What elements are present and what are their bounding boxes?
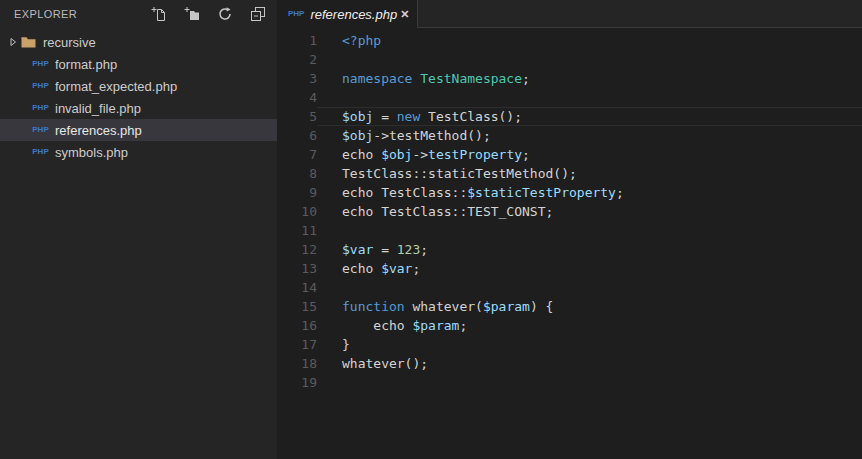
line-number[interactable]: 6	[277, 126, 317, 145]
tab-label: references.php	[310, 7, 397, 22]
line-content[interactable]: function whatever($param) {	[317, 297, 862, 316]
tree-file-symbols.php[interactable]: PHPsymbols.php	[0, 141, 277, 163]
tree-folder-recursive[interactable]: recursive	[0, 31, 277, 53]
token-var: $staticTestProperty	[467, 185, 616, 200]
line-content[interactable]: }	[317, 335, 862, 354]
line-content[interactable]: $var = 123;	[317, 240, 862, 259]
line-content[interactable]: echo $var;	[317, 259, 862, 278]
line-number[interactable]: 5	[277, 107, 317, 126]
line-content[interactable]: TestClass::staticTestMethod();	[317, 164, 862, 183]
code-editor[interactable]: 1<?php23namespace TestNamespace;45$obj =…	[277, 28, 862, 459]
line-number[interactable]: 9	[277, 183, 317, 202]
line-number[interactable]: 4	[277, 88, 317, 107]
code-line-2[interactable]: 2	[277, 50, 862, 69]
code-line-18[interactable]: 18whatever();	[277, 354, 862, 373]
token-def: =	[373, 109, 396, 124]
folder-icon	[20, 36, 37, 48]
line-content[interactable]: whatever();	[317, 354, 862, 373]
token-def: TestClass();	[420, 109, 522, 124]
token-def: ;	[522, 147, 530, 162]
line-number[interactable]: 19	[277, 373, 317, 392]
token-num: 123	[397, 242, 420, 257]
code-line-1[interactable]: 1<?php	[277, 31, 862, 50]
line-content[interactable]: <?php	[317, 31, 862, 50]
token-def	[412, 71, 420, 86]
line-content[interactable]: echo TestClass::TEST_CONST;	[317, 202, 862, 221]
tree-file-invalid_file.php[interactable]: PHPinvalid_file.php	[0, 97, 277, 119]
tab-close-icon[interactable]: ✕	[397, 7, 412, 22]
explorer-toolbar	[150, 5, 267, 23]
token-def: =	[373, 242, 396, 257]
line-number[interactable]: 3	[277, 69, 317, 88]
line-number[interactable]: 15	[277, 297, 317, 316]
tree-item-label: references.php	[55, 123, 142, 138]
line-number[interactable]: 1	[277, 31, 317, 50]
line-number[interactable]: 13	[277, 259, 317, 278]
code-line-11[interactable]: 11	[277, 221, 862, 240]
line-number[interactable]: 17	[277, 335, 317, 354]
php-file-icon: PHP	[32, 104, 49, 112]
line-number[interactable]: 11	[277, 221, 317, 240]
php-file-icon: PHP	[288, 10, 304, 18]
token-def: echo	[342, 318, 412, 333]
line-number[interactable]: 2	[277, 50, 317, 69]
new-folder-button[interactable]	[183, 5, 201, 23]
token-var: $param	[483, 299, 530, 314]
tree-item-label: format_expected.php	[55, 79, 177, 94]
tree-file-format.php[interactable]: PHPformat.php	[0, 53, 277, 75]
line-content[interactable]: $obj->testMethod();	[317, 126, 862, 145]
code-line-13[interactable]: 13echo $var;	[277, 259, 862, 278]
code-line-12[interactable]: 12$var = 123;	[277, 240, 862, 259]
collapse-all-button[interactable]	[249, 5, 267, 23]
code-line-5[interactable]: 5$obj = new TestClass();	[277, 107, 862, 126]
token-def: echo	[342, 261, 381, 276]
explorer-sidebar: EXPLORER	[0, 0, 277, 459]
code-line-9[interactable]: 9echo TestClass::$staticTestProperty;	[277, 183, 862, 202]
code-line-8[interactable]: 8TestClass::staticTestMethod();	[277, 164, 862, 183]
code-line-4[interactable]: 4	[277, 88, 862, 107]
refresh-button[interactable]	[216, 5, 234, 23]
line-content[interactable]: echo $obj->testProperty;	[317, 145, 862, 164]
new-file-button[interactable]	[150, 5, 168, 23]
tab-bar-empty-space	[417, 0, 862, 28]
code-line-6[interactable]: 6$obj->testMethod();	[277, 126, 862, 145]
code-line-19[interactable]: 19	[277, 373, 862, 392]
line-number[interactable]: 14	[277, 278, 317, 297]
chevron-right-icon	[6, 37, 20, 47]
code-line-16[interactable]: 16 echo $param;	[277, 316, 862, 335]
line-number[interactable]: 16	[277, 316, 317, 335]
token-def: ;	[459, 318, 467, 333]
code-line-17[interactable]: 17}	[277, 335, 862, 354]
token-def: whatever(	[405, 299, 483, 314]
line-content[interactable]	[317, 50, 862, 69]
code-line-10[interactable]: 10echo TestClass::TEST_CONST;	[277, 202, 862, 221]
line-number[interactable]: 18	[277, 354, 317, 373]
line-number[interactable]: 12	[277, 240, 317, 259]
tree-file-references.php[interactable]: PHPreferences.php	[0, 119, 277, 141]
code-line-15[interactable]: 15function whatever($param) {	[277, 297, 862, 316]
line-number[interactable]: 7	[277, 145, 317, 164]
line-content[interactable]	[317, 221, 862, 240]
explorer-header: EXPLORER	[0, 0, 277, 28]
file-tree: recursivePHPformat.phpPHPformat_expected…	[0, 31, 277, 163]
line-number[interactable]: 8	[277, 164, 317, 183]
token-def: ;	[412, 261, 420, 276]
code-line-7[interactable]: 7echo $obj->testProperty;	[277, 145, 862, 164]
tab-references-php[interactable]: PHP references.php ✕	[277, 0, 417, 28]
code-line-14[interactable]: 14	[277, 278, 862, 297]
line-content[interactable]: echo TestClass::$staticTestProperty;	[317, 183, 862, 202]
line-number[interactable]: 10	[277, 202, 317, 221]
line-content[interactable]: namespace TestNamespace;	[317, 69, 862, 88]
code-line-3[interactable]: 3namespace TestNamespace;	[277, 69, 862, 88]
tree-item-label: symbols.php	[55, 145, 128, 160]
line-content[interactable]	[317, 373, 862, 392]
explorer-title: EXPLORER	[14, 8, 150, 20]
token-kw: function	[342, 299, 405, 314]
tree-file-format_expected.php[interactable]: PHPformat_expected.php	[0, 75, 277, 97]
php-file-icon: PHP	[32, 82, 49, 90]
token-def: ;	[420, 242, 428, 257]
line-content[interactable]	[317, 88, 862, 107]
line-content[interactable]	[317, 278, 862, 297]
line-content[interactable]: $obj = new TestClass();	[317, 107, 862, 126]
line-content[interactable]: echo $param;	[317, 316, 862, 335]
